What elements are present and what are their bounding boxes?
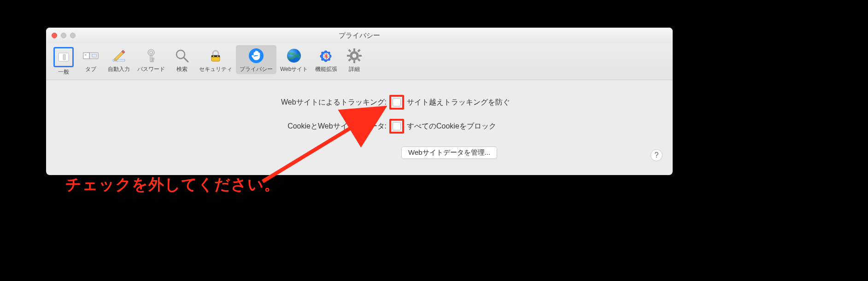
tab-label: 機能拡張 — [315, 65, 337, 73]
svg-rect-35 — [348, 49, 352, 52]
tab-advanced[interactable]: 詳細 — [341, 45, 368, 74]
manage-website-data-button[interactable]: Webサイトデータを管理... — [401, 146, 497, 159]
tab-label: Webサイト — [280, 65, 308, 73]
tab-security[interactable]: セキュリティ — [195, 45, 236, 74]
svg-marker-9 — [114, 52, 123, 60]
help-icon: ? — [655, 151, 659, 159]
svg-rect-15 — [152, 58, 154, 59]
traffic-lights — [52, 33, 76, 38]
svg-point-23 — [249, 48, 264, 63]
switch-icon — [55, 48, 72, 66]
cookies-option-text: すべてのCookieをブロック — [407, 122, 496, 131]
svg-rect-16 — [152, 60, 153, 62]
cookies-label: CookieとWebサイトのデータ: — [60, 122, 389, 131]
tab-label: プライバシー — [240, 65, 273, 73]
gear-icon — [346, 47, 363, 64]
tracking-label: Webサイトによるトラッキング: — [60, 98, 389, 107]
cookies-checkbox[interactable] — [393, 122, 401, 130]
tab-search[interactable]: 検索 — [169, 45, 195, 74]
preferences-toolbar: 一般 タブ — [46, 43, 673, 80]
manage-row: Webサイトデータを管理... — [60, 146, 659, 159]
svg-rect-21 — [213, 56, 214, 57]
tab-label: パスワード — [137, 65, 165, 73]
tab-label: セキュリティ — [199, 65, 232, 73]
magnifier-icon — [173, 47, 191, 64]
tab-autofill[interactable]: 自動入力 — [104, 45, 134, 74]
tab-extensions[interactable]: 機能拡張 — [311, 45, 341, 74]
tab-label: 一般 — [58, 68, 69, 76]
svg-rect-37 — [358, 49, 361, 52]
setting-row-cookies: CookieとWebサイトのデータ: すべてのCookieをブロック — [60, 119, 659, 134]
key-icon — [142, 47, 160, 64]
tab-tabs[interactable]: タブ — [77, 45, 104, 74]
preferences-window: プライバシー 一般 — [46, 28, 673, 175]
close-window-button[interactable] — [52, 33, 57, 38]
window-title: プライバシー — [46, 31, 673, 40]
svg-rect-31 — [353, 48, 355, 51]
tracking-option-text: サイト越えトラッキングを防ぐ — [407, 98, 510, 107]
tab-privacy[interactable]: プライバシー — [236, 45, 276, 74]
svg-rect-20 — [211, 55, 220, 57]
tracking-checkbox[interactable] — [393, 98, 401, 106]
titlebar: プライバシー — [46, 28, 673, 43]
svg-rect-14 — [150, 55, 152, 62]
svg-line-18 — [184, 58, 188, 62]
help-button[interactable]: ? — [651, 149, 663, 161]
hand-icon — [247, 47, 265, 64]
globe-icon — [285, 47, 303, 64]
tab-passwords[interactable]: パスワード — [134, 45, 169, 74]
tab-label: 詳細 — [349, 65, 360, 73]
annotation-highlight — [389, 119, 404, 134]
svg-rect-34 — [359, 55, 362, 57]
svg-rect-32 — [353, 60, 355, 63]
minimize-window-button[interactable] — [61, 33, 66, 38]
tab-general[interactable]: 一般 — [50, 45, 77, 77]
setting-row-tracking: Webサイトによるトラッキング: サイト越えトラッキングを防ぐ — [60, 95, 659, 110]
puzzle-icon — [317, 47, 335, 64]
maximize-window-button[interactable] — [70, 33, 76, 38]
annotation-highlight — [389, 95, 404, 110]
tabs-icon — [82, 47, 100, 64]
tab-label: 検索 — [176, 65, 188, 73]
tab-websites[interactable]: Webサイト — [276, 45, 311, 74]
svg-rect-1 — [63, 54, 65, 60]
tab-label: タブ — [85, 65, 96, 73]
tab-label: 自動入力 — [108, 65, 130, 73]
lock-icon — [207, 47, 224, 64]
pencil-icon — [110, 47, 128, 64]
svg-rect-33 — [347, 55, 350, 57]
content-pane: Webサイトによるトラッキング: サイト越えトラッキングを防ぐ CookieとW… — [46, 80, 673, 169]
svg-point-39 — [352, 54, 357, 58]
svg-point-13 — [150, 51, 152, 54]
annotation-text: チェックを外してください。 — [65, 174, 280, 195]
svg-rect-22 — [217, 56, 218, 57]
